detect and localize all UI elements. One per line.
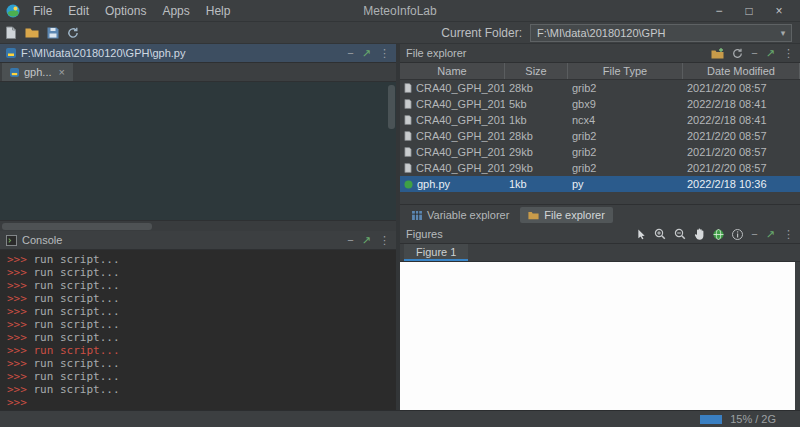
file-row[interactable]: gph.py 1kb py 2022/2/18 10:36 xyxy=(400,176,800,192)
refresh-icon[interactable] xyxy=(67,27,79,39)
window-title: MeteoInfoLab xyxy=(363,4,436,18)
float-panel-icon[interactable]: ↗ xyxy=(362,48,371,59)
code-line xyxy=(26,161,396,174)
panel-menu-icon[interactable]: ⋮ xyxy=(379,235,390,246)
main-toolbar: Current Folder: F:\MI\data\20180120\GPH … xyxy=(0,22,800,44)
file-explorer-panel: File explorer − ↗ ⋮ Name Size File Type … xyxy=(400,44,800,225)
open-folder-icon[interactable] xyxy=(25,27,39,38)
float-panel-icon[interactable]: ↗ xyxy=(766,48,775,59)
file-row[interactable]: CRA40_GPH_2018012... 28kb grib2 2021/2/2… xyxy=(400,80,800,96)
file-row[interactable]: CRA40_GPH_2018012... 28kb grib2 2021/2/2… xyxy=(400,128,800,144)
panel-menu-icon[interactable]: ⋮ xyxy=(783,229,794,240)
main-area: F:\MI\data\20180120\GPH\gph.py − ↗ ⋮ gph… xyxy=(0,44,800,410)
code-line xyxy=(26,200,396,213)
console-title-bar: Console − ↗ ⋮ xyxy=(0,231,396,250)
save-icon[interactable] xyxy=(47,27,59,39)
tab-close-icon[interactable]: × xyxy=(59,66,65,78)
file-table-body: CRA40_GPH_2018012... 28kb grib2 2021/2/2… xyxy=(400,80,800,204)
minimize-panel-icon[interactable]: − xyxy=(751,48,757,59)
file-icon xyxy=(404,163,412,173)
menu-help[interactable]: Help xyxy=(199,3,238,19)
editor-panel: F:\MI\data\20180120\GPH\gph.py − ↗ ⋮ gph… xyxy=(0,44,396,231)
console-line: >>> run script... xyxy=(7,357,389,370)
column-header-name[interactable]: Name xyxy=(400,63,505,79)
current-folder-label: Current Folder: xyxy=(441,26,522,40)
maximize-window-icon[interactable]: □ xyxy=(734,4,764,18)
tab-file-explorer[interactable]: File explorer xyxy=(520,207,613,223)
column-header-filetype[interactable]: File Type xyxy=(568,63,683,79)
figures-toolbar: − ↗ ⋮ xyxy=(637,228,794,240)
cursor-select-icon[interactable] xyxy=(637,229,646,240)
console-title: Console xyxy=(22,234,62,246)
console-line: >>> run script... xyxy=(7,370,389,383)
float-panel-icon[interactable]: ↗ xyxy=(362,235,371,246)
file-icon xyxy=(404,131,412,141)
line-number xyxy=(0,135,21,148)
code-line xyxy=(26,174,396,187)
panel-menu-icon[interactable]: ⋮ xyxy=(379,48,390,59)
menu-edit[interactable]: Edit xyxy=(61,3,96,19)
tab-label: Variable explorer xyxy=(427,209,509,221)
float-panel-icon[interactable]: ↗ xyxy=(766,229,775,240)
line-number xyxy=(0,161,21,174)
menu-file[interactable]: File xyxy=(26,3,59,19)
line-number xyxy=(0,83,21,96)
minimize-panel-icon[interactable]: − xyxy=(751,229,757,240)
status-bar: 15% / 2G xyxy=(0,410,800,427)
figures-panel: Figures − ↗ ⋮ Figure 1 xyxy=(400,225,800,410)
minimize-panel-icon[interactable]: − xyxy=(347,48,353,59)
menu-apps[interactable]: Apps xyxy=(155,3,196,19)
file-explorer-title-bar: File explorer − ↗ ⋮ xyxy=(400,44,800,63)
memory-progress-bar xyxy=(700,415,722,424)
code-line xyxy=(26,213,396,220)
file-row[interactable]: CRA40_GPH_2018012... 29kb grib2 2021/2/2… xyxy=(400,160,800,176)
zoom-out-icon[interactable] xyxy=(674,228,686,240)
close-window-icon[interactable]: × xyxy=(764,4,794,18)
meteoinfolab-window: File Edit Options Apps Help MeteoInfoLab… xyxy=(0,0,800,427)
minimize-panel-icon[interactable]: − xyxy=(347,235,353,246)
file-row[interactable]: CRA40_GPH_2018012... 1kb ncx4 2022/2/18 … xyxy=(400,112,800,128)
line-number-gutter xyxy=(0,82,26,220)
right-column: File explorer − ↗ ⋮ Name Size File Type … xyxy=(400,44,800,410)
console-output[interactable]: >>> run script...>>> run script...>>> ru… xyxy=(0,250,396,410)
refresh-icon[interactable] xyxy=(732,48,743,59)
file-row[interactable]: CRA40_GPH_2018012... 29kb grib2 2021/2/2… xyxy=(400,144,800,160)
globe-icon[interactable] xyxy=(713,229,724,240)
panel-menu-icon[interactable]: ⋮ xyxy=(783,48,794,59)
new-folder-icon[interactable] xyxy=(711,48,724,59)
line-number xyxy=(0,96,21,109)
file-row[interactable]: CRA40_GPH_2018012... 5kb gbx9 2022/2/18 … xyxy=(400,96,800,112)
chevron-down-icon[interactable]: ▾ xyxy=(775,28,791,38)
memory-usage-label: 15% / 2G xyxy=(730,413,776,425)
new-file-icon[interactable] xyxy=(5,26,17,39)
console-bar-icons: − ↗ ⋮ xyxy=(347,235,390,246)
menu-options[interactable]: Options xyxy=(98,3,153,19)
console-line: >>> run script... xyxy=(7,383,389,396)
code-editor[interactable] xyxy=(0,82,396,220)
editor-horizontal-scrollbar[interactable] xyxy=(0,220,396,231)
code-line xyxy=(26,96,396,109)
tab-figure-1[interactable]: Figure 1 xyxy=(404,244,468,261)
app-logo-icon xyxy=(6,4,20,18)
code-lines[interactable] xyxy=(26,82,396,220)
minimize-window-icon[interactable]: − xyxy=(704,4,734,18)
console-line: >>> run script... xyxy=(7,344,389,357)
tab-gph-py[interactable]: gph... × xyxy=(2,63,73,81)
zoom-in-icon[interactable] xyxy=(654,228,666,240)
editor-vertical-scrollbar[interactable] xyxy=(388,85,395,129)
column-header-date[interactable]: Date Modified xyxy=(683,63,800,79)
line-number xyxy=(0,174,21,187)
python-file-icon xyxy=(6,48,16,58)
current-folder-combobox[interactable]: F:\MI\data\20180120\GPH ▾ xyxy=(530,24,792,42)
file-icon xyxy=(404,147,412,157)
scrollbar-thumb[interactable] xyxy=(2,223,152,230)
pan-hand-icon[interactable] xyxy=(694,228,705,240)
explorer-bottom-tabs: Variable explorer File explorer xyxy=(400,204,800,225)
menu-bar: File Edit Options Apps Help MeteoInfoLab… xyxy=(0,0,800,22)
info-icon[interactable] xyxy=(732,229,743,240)
figure-canvas[interactable] xyxy=(400,262,795,410)
column-header-size[interactable]: Size xyxy=(505,63,568,79)
editor-title: F:\MI\data\20180120\GPH\gph.py xyxy=(21,47,186,59)
tab-variable-explorer[interactable]: Variable explorer xyxy=(404,207,517,223)
console-line: >>> run script... xyxy=(7,305,389,318)
